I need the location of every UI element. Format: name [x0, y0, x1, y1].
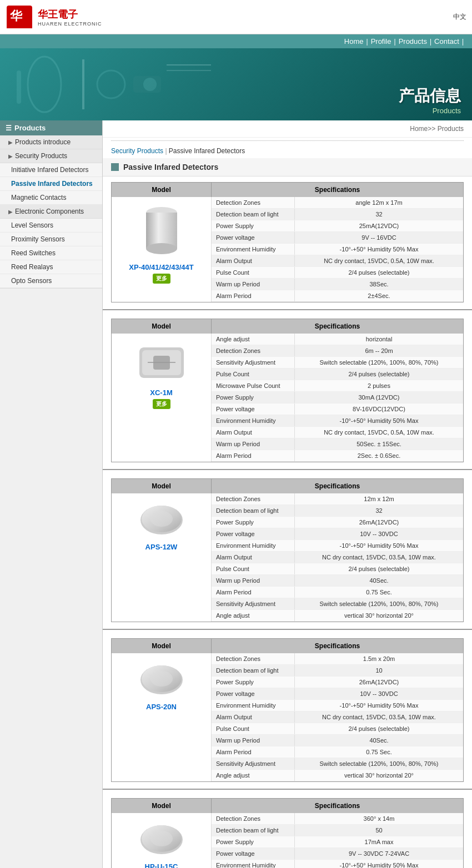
product-name-xp[interactable]: XP-40/41/42/43/44T	[129, 263, 193, 271]
navbar: Home | Profile | Products | Contact |	[0, 34, 472, 48]
sidebar-products-section: ☰ Products ▶ Products introduce ▶ Securi…	[0, 120, 102, 289]
spec-row: Sensitivity Adjustment Switch selectable…	[212, 758, 463, 770]
sub-breadcrumb-sep: |	[163, 147, 169, 155]
spec-value: NC dry contact, 15VDC, 03.5A, 10W max.	[295, 711, 463, 723]
svg-point-6	[97, 70, 125, 98]
nav-profile[interactable]: Profile	[371, 37, 391, 46]
product-name-xc[interactable]: XC-1M	[150, 388, 172, 397]
spec-row: Detection Zones angle 12m x 17m	[212, 197, 463, 209]
sidebar-item-level[interactable]: Level Sensors	[0, 219, 102, 233]
spec-row: Environment Humidity -10°-+50° Humidity …	[212, 860, 463, 868]
spec-value: 1.5m x 20m	[295, 653, 463, 664]
spec-label: Warm up Period	[212, 279, 295, 290]
sidebar-item-passive[interactable]: Passive Infared Detectors	[0, 177, 102, 191]
sidebar-electronic-components[interactable]: ▶ Electronic Components	[0, 205, 102, 219]
spec-row: Detection beam of light 50	[212, 825, 463, 836]
main-layout: ☰ Products ▶ Products introduce ▶ Securi…	[0, 120, 472, 868]
sub-breadcrumb-security[interactable]: Security Products	[111, 147, 163, 155]
logo-chinese: 华王電子	[38, 8, 102, 21]
spec-label: Detection Zones	[212, 493, 295, 504]
spec-row: Environment Humidity -10°-+50° Humidity …	[212, 244, 463, 255]
section-title-icon	[111, 163, 119, 171]
sidebar-security-products[interactable]: ▶ Security Products	[0, 149, 102, 163]
sidebar-item-magnetic[interactable]: Magnetic Contacts	[0, 191, 102, 205]
nav-contact[interactable]: Contact	[434, 37, 459, 46]
nav-sep2: |	[394, 38, 396, 46]
spec-value: 9V -- 16VDC	[295, 232, 463, 243]
spec-value: angle 12m x 17m	[295, 197, 463, 208]
spec-label: Alarm Output	[212, 552, 295, 563]
spec-value: 50	[295, 825, 463, 836]
spec-row: Environment Humidity -10°-+50° Humidity …	[212, 540, 463, 552]
banner-decoration	[0, 48, 222, 120]
col-model-header: Model	[112, 479, 212, 493]
svg-rect-2	[7, 24, 32, 28]
spec-label: Pulse Count	[212, 267, 295, 278]
table-header: Model Specifications	[112, 799, 463, 813]
spec-row: Alarm Output NC dry contact, 15VDC, 0.5A…	[212, 427, 463, 438]
lang-link[interactable]: 中文	[453, 12, 466, 22]
svg-point-23	[150, 671, 173, 687]
product-section-hpu15: Model Specifications HP-U-15C Detection …	[103, 793, 472, 868]
product-specs-col-hpu15: Detection Zones 360° x 14m Detection bea…	[212, 813, 463, 868]
sidebar-item-initiative[interactable]: Initiative Infared Detectors	[0, 163, 102, 177]
svg-point-26	[150, 831, 173, 846]
spec-value: 10V -- 30VDC	[295, 688, 463, 699]
spec-label: Environment Humidity	[212, 540, 295, 551]
spec-row: Sensitivity Adjustment Switch selectable…	[212, 598, 463, 610]
svg-point-8	[143, 78, 157, 91]
table-header: Model Specifications	[112, 319, 463, 334]
spec-label: Detection beam of light	[212, 665, 295, 676]
col-model-header: Model	[112, 799, 212, 813]
spec-row: Detection Zones 6m -- 20m	[212, 345, 463, 357]
spec-row: Environment Humidity -10°-+50° Humidity …	[212, 415, 463, 427]
product-badge-xc[interactable]: 更多	[153, 399, 170, 409]
sidebar-products-label: Products	[14, 124, 46, 132]
svg-point-3	[28, 57, 61, 112]
logo-english: HUAREN ELECTRONIC	[38, 21, 102, 27]
spec-label: Pulse Count	[212, 369, 295, 380]
product-specs-col-aps12: Detection Zones 12m x 12m Detection beam…	[212, 493, 463, 622]
header: 华 华王電子 HUAREN ELECTRONIC 中文	[0, 0, 472, 34]
spec-row: Pulse Count 2/4 pulses (selectable)	[212, 563, 463, 575]
content: Home>> Products Security Products | Pass…	[103, 120, 472, 868]
spec-label: Environment Humidity	[212, 244, 295, 255]
product-image-aps12	[137, 499, 187, 539]
spec-label: Alarm Output	[212, 711, 295, 723]
spec-row: Detection Zones 360° x 14m	[212, 813, 463, 825]
svg-point-20	[150, 511, 173, 527]
col-spec-header: Specifications	[212, 799, 463, 813]
sidebar-item-opto[interactable]: Opto Sensors	[0, 274, 102, 288]
spec-value: 26mA(12VDC)	[295, 517, 463, 528]
spec-row: Detection beam of light 32	[212, 505, 463, 517]
product-name-aps12[interactable]: APS-12W	[145, 543, 178, 551]
product-content-aps20: APS-20N Detection Zones 1.5m x 20m Detec…	[112, 653, 463, 781]
spec-label: Detection Zones	[212, 345, 295, 356]
spec-value: 40Sec.	[295, 735, 463, 746]
spec-value: 10V -- 30VDC	[295, 528, 463, 539]
product-badge-xp[interactable]: 更多	[153, 274, 170, 284]
svg-text:华: 华	[9, 9, 23, 23]
product-name-aps20[interactable]: APS-20N	[146, 703, 177, 711]
spec-value: 2 pulses	[295, 380, 463, 391]
product-image-xc	[137, 339, 187, 385]
product-specs-col-xp: Detection Zones angle 12m x 17m Detectio…	[212, 197, 463, 302]
spec-value: 32	[295, 505, 463, 516]
sidebar-item-reed-realays[interactable]: Reed Realays	[0, 260, 102, 274]
product-name-hpu15[interactable]: HP-U-15C	[145, 862, 178, 868]
spec-label: Alarm Output	[212, 255, 295, 266]
breadcrumb: Home>> Products	[103, 120, 472, 138]
spec-value: 2/4 pulses (selectable)	[295, 563, 463, 574]
nav-home[interactable]: Home	[344, 37, 364, 46]
product-content-aps12: APS-12W Detection Zones 12m x 12m Detect…	[112, 493, 463, 622]
spec-row: Power Supply 30mA (12VDC)	[212, 392, 463, 403]
nav-sep1: |	[366, 38, 368, 46]
sidebar-products-introduce[interactable]: ▶ Products introduce	[0, 135, 102, 149]
sidebar-products-header[interactable]: ☰ Products	[0, 120, 102, 135]
sidebar-item-proximity[interactable]: Proximity Sensors	[0, 233, 102, 246]
sidebar-item-reed-switches[interactable]: Reed Switches	[0, 246, 102, 260]
spec-row: Warm up Period 40Sec.	[212, 575, 463, 587]
nav-products[interactable]: Products	[399, 37, 427, 46]
section-title: Passive Infared Detectors	[103, 158, 472, 176]
spec-row: Warm up Period 50Sec. ± 15Sec.	[212, 438, 463, 450]
